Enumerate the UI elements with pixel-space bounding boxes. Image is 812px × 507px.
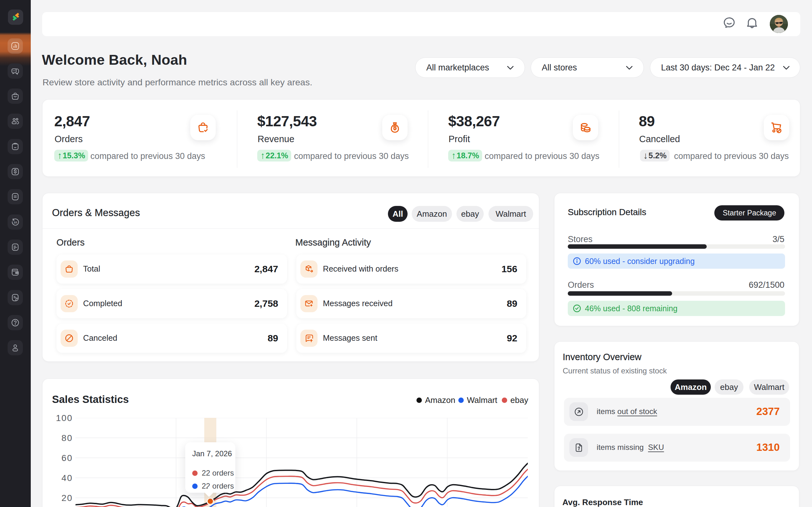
svg-text:10: 10 xyxy=(14,221,17,224)
